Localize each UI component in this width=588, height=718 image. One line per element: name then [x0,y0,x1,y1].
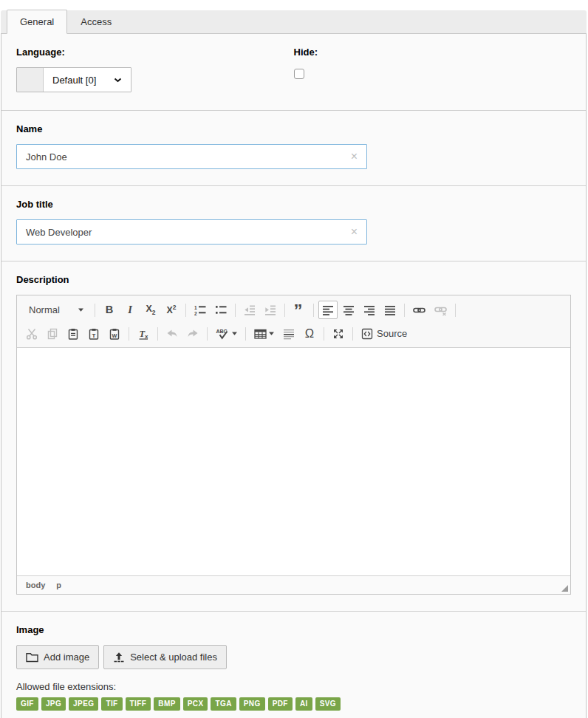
bold-button[interactable]: B [100,301,119,319]
image-label: Image [16,624,571,635]
align-left-icon [322,304,334,316]
chevron-down-icon [114,78,122,83]
extension-badge: TIF [101,697,122,711]
allowed-extensions-badges: GIFJPGJPEGTIFTIFFBMPPCXTGAPNGPDFAISVG [16,697,571,711]
hide-column: Hide: [294,47,572,94]
align-center-icon [343,304,355,316]
superscript-button-glyph: X2 [166,304,176,315]
rich-text-editor: NormalBIX2X212” TWTxABCΩSource bodyp [16,295,571,595]
paste-button[interactable] [64,324,83,343]
toolbar-separator [207,327,208,341]
clear-icon[interactable]: × [351,151,358,163]
undo-icon [166,328,178,340]
align-right-icon [363,304,375,316]
add-image-button-label: Add image [44,652,89,663]
indent-button [261,301,280,319]
section-description: Description NormalBIX2X212” TWTxABCΩSour… [1,261,586,612]
job-title-label: Job title [16,199,571,210]
paste-text-icon: T [88,328,100,340]
tab-access[interactable]: Access [67,10,125,34]
remove-format-button[interactable]: Tx [134,324,153,343]
name-value: John Doe [26,151,67,163]
caret-down-icon [269,332,274,335]
paste-as-text-button[interactable]: T [84,324,103,343]
toolbar-separator [185,304,186,317]
section-image: Image Add image Select & upload files Al… [1,612,586,718]
horizontal-line-icon [283,328,295,340]
toolbar-separator [313,304,314,317]
paste-word-icon: W [109,328,120,340]
section-language-hide: Language: Default [0] Hide: [1,34,586,111]
job-title-input[interactable]: Web Developer × [16,219,367,245]
align-left-button[interactable] [318,301,338,319]
align-justify-button[interactable] [380,301,400,319]
name-input[interactable]: John Doe × [16,144,367,169]
add-image-button[interactable]: Add image [16,645,99,669]
numbered-list-icon: 12 [194,304,206,316]
table-icon [254,328,267,340]
hide-checkbox[interactable] [294,69,304,79]
folder-icon [26,652,38,663]
undo-button [163,324,182,343]
source-button[interactable]: Source [358,324,411,343]
format-dropdown[interactable]: Normal [22,301,90,319]
extension-badge: TIFF [126,697,151,711]
superscript-button[interactable]: X2 [162,301,181,319]
numbered-list-button[interactable]: 12 [191,301,210,319]
blockquote-icon: ” [293,304,305,316]
outdent-button [240,301,259,319]
align-justify-icon [384,304,396,316]
redo-icon [187,328,199,340]
svg-text:2: 2 [194,310,197,315]
clear-icon[interactable]: × [351,226,358,238]
language-label: Language: [16,47,294,58]
tab-general[interactable]: General [7,10,67,34]
record-edit-form: General Access Language: Default [0] [1,10,587,718]
toolbar-separator [235,304,236,317]
maximize-button[interactable] [329,324,348,343]
spellcheck-icon: ABC [216,328,230,340]
italic-button-glyph: I [128,304,132,315]
form-panel: Language: Default [0] Hide: Name [1,34,587,718]
language-select[interactable]: Default [0] [16,67,131,92]
align-center-button[interactable] [339,301,358,319]
toolbar-separator [455,304,456,317]
extension-badge: GIF [16,697,38,711]
table-button[interactable] [250,324,278,343]
italic-button[interactable]: I [120,301,140,319]
source-icon [361,328,373,340]
element-path-item[interactable]: p [56,581,61,589]
indent-icon [264,304,276,316]
upload-icon [113,652,125,663]
editor-content-area[interactable] [17,348,570,575]
caret-down-icon [232,332,237,335]
outdent-icon [244,304,256,316]
hide-label: Hide: [294,47,572,58]
horizontal-line-button[interactable] [279,324,298,343]
editor-element-path: bodyp [17,575,570,594]
select-upload-files-button[interactable]: Select & upload files [103,645,227,669]
element-path-item[interactable]: body [26,581,45,589]
extension-badge: PNG [239,697,265,711]
special-character-button[interactable]: Ω [300,324,319,343]
paste-from-word-button[interactable]: W [105,324,124,343]
subscript-button[interactable]: X2 [141,301,160,319]
blockquote-button[interactable]: ” [290,301,309,319]
select-upload-files-button-label: Select & upload files [130,652,217,663]
svg-text:1: 1 [194,304,197,310]
language-flag-addon [17,68,44,92]
editor-resize-handle[interactable] [561,585,568,592]
bullet-list-button[interactable] [211,301,230,319]
job-title-value: Web Developer [26,227,92,238]
section-name: Name John Doe × [1,111,586,186]
cut-button [22,324,41,343]
allowed-extensions-label: Allowed file extensions: [16,681,571,692]
copy-icon [47,328,58,340]
toolbar-separator [157,327,158,341]
description-label: Description [16,274,571,285]
spellcheck-button[interactable]: ABC [212,324,241,343]
link-button[interactable] [409,301,429,319]
align-right-button[interactable] [360,301,379,319]
toolbar-separator [324,327,324,341]
editor-toolbar: NormalBIX2X212” TWTxABCΩSource [17,295,570,348]
